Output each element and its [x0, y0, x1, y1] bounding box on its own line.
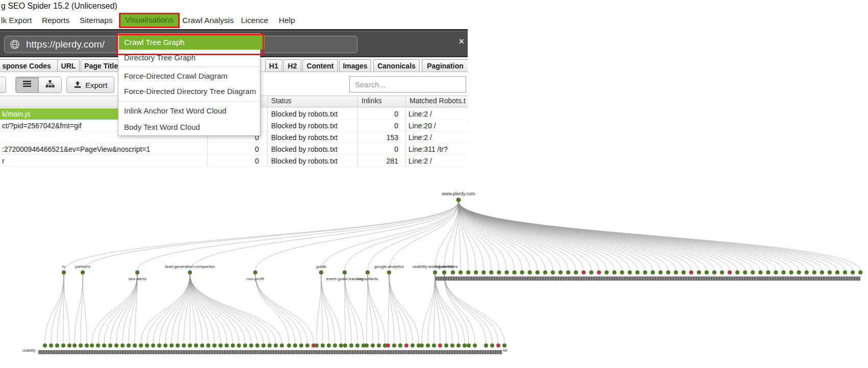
tree-node[interactable]	[133, 343, 137, 348]
tree-node[interactable]	[108, 343, 112, 348]
tab-images[interactable]: Images	[339, 59, 371, 72]
tree-node[interactable]	[674, 270, 678, 274]
menu-item-body-text-word-cloud[interactable]: Body Text Word Cloud	[119, 120, 264, 134]
tree-node[interactable]	[102, 343, 106, 348]
tree-node[interactable]	[386, 343, 390, 348]
menu-item-directory-tree-graph[interactable]: Directory Tree Graph	[119, 50, 264, 65]
tree-node[interactable]	[135, 270, 139, 274]
tree-node[interactable]	[188, 270, 192, 274]
tree-node[interactable]	[463, 343, 467, 348]
tree-node[interactable]	[305, 343, 309, 348]
tree-node[interactable]	[438, 343, 442, 348]
tree-node[interactable]	[512, 270, 516, 274]
tab-url[interactable]: URL	[57, 59, 80, 72]
tree-node[interactable]	[293, 343, 297, 348]
tree-node[interactable]	[459, 270, 463, 274]
tree-node[interactable]	[835, 270, 839, 274]
tree-node[interactable]	[697, 270, 701, 274]
tree-node[interactable]	[450, 343, 454, 348]
tree-node[interactable]	[243, 343, 247, 348]
tree-node[interactable]	[182, 343, 186, 348]
tree-node[interactable]	[55, 343, 59, 348]
tree-node[interactable]	[489, 270, 493, 274]
tree-node[interactable]	[139, 343, 143, 348]
tree-node[interactable]	[90, 343, 94, 348]
tree-node[interactable]	[620, 270, 624, 274]
tree-node[interactable]	[743, 270, 747, 274]
tree-node[interactable]	[805, 270, 809, 274]
tree-node[interactable]	[212, 343, 216, 348]
tree-node[interactable]	[467, 343, 471, 348]
tree-node[interactable]	[268, 343, 272, 348]
tree-node[interactable]	[339, 343, 343, 348]
tree-node[interactable]	[605, 270, 609, 274]
search-input[interactable]	[349, 76, 466, 93]
tree-node[interactable]	[496, 343, 500, 348]
tree-node[interactable]	[851, 270, 855, 274]
tree-node[interactable]	[481, 270, 486, 274]
tree-node[interactable]	[96, 343, 100, 348]
tree-node[interactable]	[566, 270, 570, 274]
tree-node[interactable]	[188, 343, 192, 348]
tree-node[interactable]	[343, 270, 347, 274]
tree-node[interactable]	[73, 343, 77, 348]
menu-item-inlink-anchor-word-cloud[interactable]: Inlink Anchor Text Word Cloud	[119, 103, 264, 118]
tree-node[interactable]	[474, 270, 478, 274]
tab-h2[interactable]: H2	[283, 59, 301, 72]
tree-node[interactable]	[404, 343, 408, 348]
tree-node[interactable]	[365, 343, 369, 348]
tree-node[interactable]	[387, 270, 391, 274]
tree-node[interactable]	[200, 343, 204, 348]
tree-node[interactable]	[151, 343, 155, 348]
column-header-status[interactable]: Status	[271, 97, 292, 105]
tree-node[interactable]	[528, 270, 532, 274]
tree-node[interactable]	[43, 343, 47, 348]
tree-node[interactable]	[231, 343, 235, 348]
tree-node[interactable]	[170, 343, 174, 348]
tree-node[interactable]	[349, 343, 353, 348]
tree-node[interactable]	[643, 270, 647, 274]
tree-node[interactable]	[398, 343, 402, 348]
menu-item-force-directed-crawl[interactable]: Force-Directed Crawl Diagram	[119, 68, 264, 83]
tree-node[interactable]	[253, 270, 257, 274]
tree-node[interactable]	[705, 270, 709, 274]
tree-node[interactable]	[120, 343, 125, 348]
tree-node[interactable]	[176, 343, 180, 348]
tree-node[interactable]	[582, 270, 586, 274]
tree-node[interactable]	[432, 343, 436, 348]
tab-response-codes[interactable]: sponse Codes	[0, 59, 58, 72]
tree-node[interactable]	[820, 270, 824, 274]
tree-node[interactable]	[274, 343, 278, 348]
cutoff-toolbar-button[interactable]	[0, 77, 6, 93]
tree-node[interactable]	[543, 270, 547, 274]
table-row[interactable]: r 0 Blocked by robots.txt 281 Line:2 /	[0, 155, 468, 167]
tree-node[interactable]	[79, 343, 83, 348]
tree-node[interactable]	[206, 343, 210, 348]
tree-node[interactable]	[451, 270, 455, 274]
tree-node[interactable]	[411, 343, 415, 348]
tree-node[interactable]	[127, 343, 131, 348]
tree-node[interactable]	[371, 343, 375, 348]
tree-node[interactable]	[551, 270, 555, 274]
tree-node[interactable]	[163, 343, 167, 348]
tree-node[interactable]	[343, 343, 347, 348]
tree-node[interactable]	[85, 343, 89, 348]
tree-node[interactable]	[766, 270, 770, 274]
tree-node[interactable]	[392, 343, 396, 348]
tree-node[interactable]	[420, 343, 424, 348]
tree-node[interactable]	[712, 270, 716, 274]
tab-pagination[interactable]: Pagination	[422, 59, 468, 72]
tree-node[interactable]	[797, 270, 801, 274]
menu-reports[interactable]: Reports	[42, 16, 69, 25]
tree-node[interactable]	[299, 343, 303, 348]
tree-node[interactable]	[735, 270, 739, 274]
tree-node[interactable]	[81, 270, 85, 274]
tree-node[interactable]	[502, 343, 507, 348]
tree-node[interactable]	[237, 343, 241, 348]
tree-node[interactable]	[433, 270, 437, 274]
tree-node[interactable]	[61, 343, 65, 348]
tree-node[interactable]	[62, 270, 66, 274]
tree-node[interactable]	[219, 343, 223, 348]
tree-node[interactable]	[426, 343, 430, 348]
tree-node[interactable]	[758, 270, 762, 274]
